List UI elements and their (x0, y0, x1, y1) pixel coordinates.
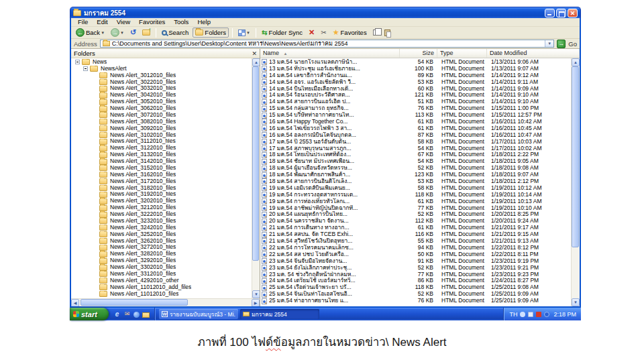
tree-item[interactable]: News Alert_3122010_files (71, 145, 252, 152)
tree-item[interactable]: News Alert_3092010_files (71, 125, 252, 132)
cut-button[interactable]: ✂ (319, 28, 328, 37)
scroll-up-icon[interactable]: ▲ (252, 58, 260, 66)
menu-item[interactable]: Edit (93, 18, 111, 26)
scroll-up-icon[interactable]: ▲ (572, 58, 580, 66)
tree-item[interactable]: News Alert_3242010_files (71, 225, 252, 231)
go-button[interactable]: → (557, 40, 566, 48)
tree-item[interactable]: News Alert_11012010_add_files (71, 284, 252, 291)
tree-item[interactable]: News Alert_3012010_files (71, 72, 252, 79)
scrollbar-thumb[interactable] (80, 299, 188, 306)
quick-launch-folder-icon[interactable] (142, 312, 150, 318)
list-vertical-scrollbar[interactable]: ▲ ▼ (571, 58, 580, 306)
folders-button[interactable]: Folders (193, 27, 229, 38)
tree-item[interactable]: News Alert_3152010_files (71, 165, 252, 172)
tree-expander-icon[interactable] (75, 60, 80, 64)
forward-button[interactable]: → ▼ (109, 27, 126, 38)
tree-item[interactable]: News Alert_3192010_files (71, 192, 252, 198)
forward-dropdown-icon[interactable]: ▼ (120, 31, 124, 35)
menu-item[interactable]: View (113, 18, 134, 26)
tree-item[interactable]: News Alert_3182010_files (71, 185, 252, 192)
tree-item[interactable]: News Alert_3202010_files (71, 198, 252, 204)
language-indicator[interactable]: TH (509, 311, 517, 318)
tree-item[interactable]: News Alert_3052010_files (71, 99, 252, 105)
menu-item[interactable]: Help (193, 18, 215, 26)
tree-item[interactable]: News Alert_3062010_files (71, 105, 252, 112)
folder-name: News Alert_3092010_files (110, 125, 176, 132)
tree-horizontal-scrollbar[interactable]: ◀ ▶ (71, 298, 260, 306)
up-button[interactable] (140, 29, 152, 36)
column-header-date-modified[interactable]: Date Modified (487, 49, 580, 58)
tree-item[interactable]: News Alert_3172010_files (71, 178, 252, 185)
close-button[interactable] (568, 9, 578, 17)
tree-item[interactable]: News Alert_3142010_files (71, 158, 252, 165)
restore-button[interactable] (556, 9, 566, 17)
browser-icon[interactable] (133, 312, 140, 318)
menu-item[interactable]: File (74, 18, 92, 26)
scroll-right-icon[interactable]: ▶ (252, 299, 260, 306)
back-button[interactable]: ← Back ▼ (74, 27, 107, 38)
taskbar-button-word-document[interactable]: W รายงานฉบับสมบูรณ์3 - Mi... (159, 309, 238, 319)
tree-item[interactable]: News Alert_3292010_files (71, 257, 252, 264)
copy-button[interactable] (371, 29, 380, 36)
menu-item[interactable]: Tools (170, 18, 193, 26)
internet-explorer-icon[interactable]: e (113, 310, 121, 318)
tree-item[interactable]: News Alert_3272010_files (71, 245, 252, 251)
column-header-type[interactable]: Type (437, 49, 487, 58)
tree-item[interactable]: News Alert_3082010_files (71, 119, 252, 125)
tree-item[interactable]: News Alert_3312010_files (71, 271, 252, 278)
tree-item[interactable]: News Alert_3232010_files (71, 218, 252, 225)
antivirus-icon[interactable] (536, 312, 541, 317)
outlook-mail-icon[interactable]: ✉ (123, 310, 131, 318)
taskbar-button-explorer[interactable]: มกราคม 2554 (240, 309, 319, 319)
delete-button[interactable]: ✕ (307, 27, 317, 38)
favorites-button[interactable]: ★ Favorites (331, 27, 369, 38)
tree-item[interactable]: News Alert_3112010_files (71, 139, 252, 145)
address-dropdown-icon[interactable]: ▼ (545, 40, 553, 47)
tree-item[interactable]: News Alert_3072010_files (71, 112, 252, 119)
messenger-icon[interactable] (544, 312, 549, 317)
tree-item[interactable]: News Alert_3032010_files (71, 86, 252, 93)
start-button[interactable]: start (70, 308, 109, 320)
tree-item[interactable]: News Alert_3162010_files (71, 172, 252, 178)
volume-icon[interactable] (520, 312, 525, 317)
tree-item[interactable]: News Alert_3042010_files (71, 92, 252, 99)
tree-item[interactable]: News Alert_11012010_files (71, 291, 252, 298)
scrollbar-thumb[interactable] (572, 66, 579, 247)
tree-item[interactable]: News Alert_3212010_files (71, 204, 252, 211)
tree-item[interactable]: News Alert_3282010_files (71, 251, 252, 257)
tree-expander-icon[interactable] (83, 66, 88, 71)
titlebar[interactable]: มกราคม 2554 (70, 7, 581, 18)
scroll-left-icon[interactable]: ◀ (71, 299, 79, 306)
tree-item[interactable]: News Alert_3252010_files (71, 231, 252, 238)
views-button[interactable]: ▼ (236, 29, 252, 37)
paste-button[interactable] (382, 29, 392, 37)
tree-item[interactable]: News (71, 59, 252, 66)
tree-item[interactable]: News Alert_3022010_files (71, 79, 252, 86)
menu-item[interactable]: Favorites (135, 18, 169, 26)
views-dropdown-icon[interactable]: ▼ (246, 31, 250, 35)
scroll-down-icon[interactable]: ▼ (572, 298, 580, 306)
column-header-size[interactable]: Size (400, 49, 437, 58)
tree-item[interactable]: News Alert_3262010_files (71, 238, 252, 245)
minimize-button[interactable] (545, 9, 555, 17)
network-icon[interactable] (528, 312, 533, 317)
scrollbar-thumb[interactable] (252, 66, 259, 261)
tree-item[interactable]: News Alert_3132010_files (71, 152, 252, 158)
tree-item[interactable]: News Alert_3102010_files (71, 132, 252, 139)
tree-item[interactable]: News Alert_3302010_files (71, 264, 252, 271)
folder-icon (99, 72, 107, 78)
tree-vertical-scrollbar[interactable]: ▲ ▼ (252, 58, 260, 298)
back-dropdown-icon[interactable]: ▼ (101, 31, 105, 35)
folder-sync-button[interactable]: ⇆ Folder Sync (260, 28, 305, 37)
folders-pane-close-icon[interactable]: ✕ (252, 50, 257, 58)
undo-button[interactable]: ↺ (128, 27, 138, 38)
address-input[interactable]: C:\Documents and Settings\User\Desktop\C… (100, 40, 554, 48)
column-header-name[interactable]: Name ▲ (260, 49, 400, 58)
tree-item[interactable]: NewsAlert (71, 66, 252, 72)
tree-item[interactable]: News Alert_3222010_files (71, 211, 252, 218)
scroll-down-icon[interactable]: ▼ (252, 290, 260, 298)
folder-name: News Alert_3072010_files (110, 112, 176, 119)
search-button[interactable]: Search (160, 28, 191, 37)
tree-item[interactable]: News Alert_4292010_other (71, 278, 252, 284)
file-row[interactable]: 25 มค.54 ท่าอากาศยานไทย แ... 76 KB HTML … (260, 298, 571, 304)
